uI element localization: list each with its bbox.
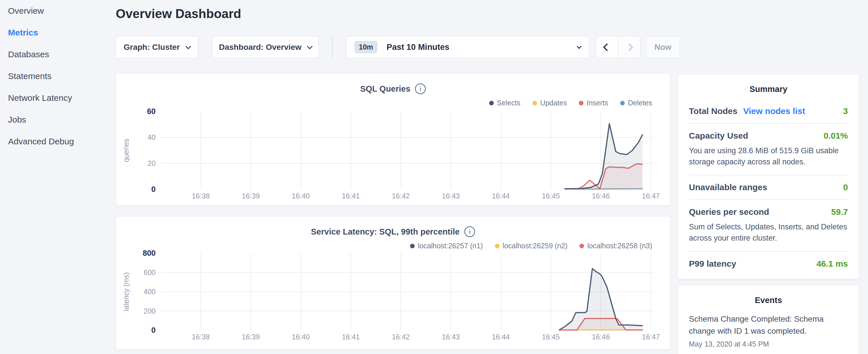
events-title: Events [689,296,848,305]
now-button[interactable]: Now [646,36,680,58]
summary-row-header: Unavailable ranges0 [689,183,848,192]
chevron-down-icon [185,43,191,49]
summary-row-header: P99 latency46.1 ms [689,259,848,269]
summary-row-value: 3 [843,106,848,116]
svg-text:16:39: 16:39 [242,333,260,341]
sidebar-item-metrics[interactable]: Metrics [0,26,116,47]
svg-text:16:45: 16:45 [542,333,560,341]
sidebar-item-network-latency[interactable]: Network Latency [0,91,116,112]
summary-row-label: Total Nodes [689,106,737,116]
svg-text:16:43: 16:43 [442,192,460,200]
view-nodes-list-link[interactable]: View nodes list [743,106,805,116]
dashboard-dropdown-label: Dashboard: Overview [219,43,302,52]
legend-dot [410,244,415,248]
legend-dot [580,244,584,248]
sidebar-item-advanced-debug[interactable]: Advanced Debug [0,134,116,156]
summary-row-header: Queries per second59.7 [689,207,848,217]
sidebar-item-databases[interactable]: Databases [0,47,116,69]
svg-text:800: 800 [143,249,156,257]
sidebar: OverviewMetricsDatabasesStatementsNetwor… [0,0,116,354]
legend-localhost-26259-n2: localhost:26259 (n2) [495,242,568,250]
summary-rows: Total NodesView nodes list3Capacity Used… [689,99,848,276]
summary-row-p99-latency: P99 latency46.1 ms [689,251,848,276]
summary-row-description: Sum of Selects, Updates, Inserts, and De… [689,221,848,244]
dashboard-dropdown[interactable]: Dashboard: Overview [212,36,319,58]
chevron-left-icon [603,43,611,51]
svg-text:16:44: 16:44 [492,333,510,341]
svg-text:16:40: 16:40 [292,333,310,341]
legend-dot [532,101,537,105]
info-icon[interactable]: i [415,83,426,94]
summary-row-description: You are using 28.6 MiB of 515.9 GiB usab… [689,145,848,167]
svg-text:16:47: 16:47 [642,192,660,200]
sidebar-item-overview[interactable]: Overview [0,4,116,26]
svg-text:16:44: 16:44 [492,192,510,200]
svg-text:16:41: 16:41 [342,333,360,341]
summary-row-total-nodes: Total NodesView nodes list3 [689,99,848,123]
info-icon[interactable]: i [464,226,475,237]
svg-text:latency (ms): latency (ms) [122,272,130,311]
chevron-down-icon [307,43,313,49]
legend-dot [579,101,584,105]
events-list: Schema Change Completed: Schema change w… [689,310,848,348]
svg-text:16:38: 16:38 [192,333,210,341]
chevron-right-icon [625,43,633,51]
svg-text:queries: queries [122,139,130,162]
svg-text:600: 600 [144,268,156,277]
svg-text:16:42: 16:42 [392,333,410,341]
summary-row-label: Capacity Used [689,131,748,141]
summary-row-label: P99 latency [689,259,736,269]
svg-text:0: 0 [151,326,156,334]
legend-dot [489,101,494,105]
chart-legend: SelectsUpdatesInsertsDeletes [489,99,652,107]
legend-label: Deletes [628,99,652,107]
svg-text:16:46: 16:46 [592,333,610,341]
chart-title-row: Service Latency: SQL, 99th percentile i [116,226,670,237]
legend-localhost-26257-n1: localhost:26257 (n1) [410,242,483,250]
events-panel: Events Schema Change Completed: Schema c… [678,285,859,354]
summary-row-value: 46.1 ms [816,259,848,269]
svg-text:400: 400 [144,288,156,296]
sidebar-item-jobs[interactable]: Jobs [0,112,116,134]
chart-title: Service Latency: SQL, 99th percentile [311,227,460,236]
time-range-label: Past 10 Minutes [386,42,449,52]
sidebar-item-statements[interactable]: Statements [0,69,116,91]
summary-panel: Summary Total NodesView nodes list3Capac… [678,74,859,279]
legend-label: Selects [497,99,520,107]
graph-dropdown-label: Graph: Cluster [124,43,180,52]
svg-text:60: 60 [147,107,156,116]
summary-row-capacity-used: Capacity Used0.01%You are using 28.6 MiB… [689,123,848,175]
event-timestamp: May 13, 2020 at 4:45 PM [689,340,848,348]
svg-text:16:45: 16:45 [542,192,560,200]
svg-text:16:39: 16:39 [242,192,260,200]
time-next-button[interactable] [618,36,641,58]
summary-row-header: Total NodesView nodes list3 [689,106,848,116]
app-root: OverviewMetricsDatabasesStatementsNetwor… [0,0,868,354]
svg-text:16:42: 16:42 [392,192,410,200]
summary-row-value: 59.7 [831,207,848,217]
svg-text:16:40: 16:40 [292,192,310,200]
service-latency-card: 16:3816:3916:4016:4116:4216:4316:4416:45… [116,216,670,350]
page-title: Overview Dashboard [116,6,241,21]
legend-label: localhost:26257 (n1) [418,242,483,250]
summary-row-label: Queries per second [689,207,769,217]
chart-legend: localhost:26257 (n1)localhost:26259 (n2)… [410,242,652,250]
chart-title-row: SQL Queries i [116,83,670,94]
legend-label: Updates [540,99,567,107]
time-step-buttons [596,36,641,58]
time-range-badge: 10m [354,41,377,53]
legend-label: localhost:26259 (n2) [503,242,568,250]
svg-text:16:41: 16:41 [342,192,360,200]
sql-queries-card: 16:3816:3916:4016:4116:4216:4316:4416:45… [116,73,670,206]
svg-text:20: 20 [148,159,156,167]
time-range-dropdown[interactable]: 10m Past 10 Minutes [346,36,589,58]
legend-localhost-26258-n3: localhost:26258 (n3) [580,242,652,250]
legend-label: localhost:26258 (n3) [587,242,652,250]
chevron-down-icon [577,44,582,49]
summary-row-header: Capacity Used0.01% [689,131,848,141]
summary-row-label: Unavailable ranges [689,183,767,192]
svg-text:40: 40 [148,133,156,141]
time-prev-button[interactable] [596,36,618,58]
graph-dropdown[interactable]: Graph: Cluster [116,36,198,58]
svg-text:16:46: 16:46 [592,192,610,200]
